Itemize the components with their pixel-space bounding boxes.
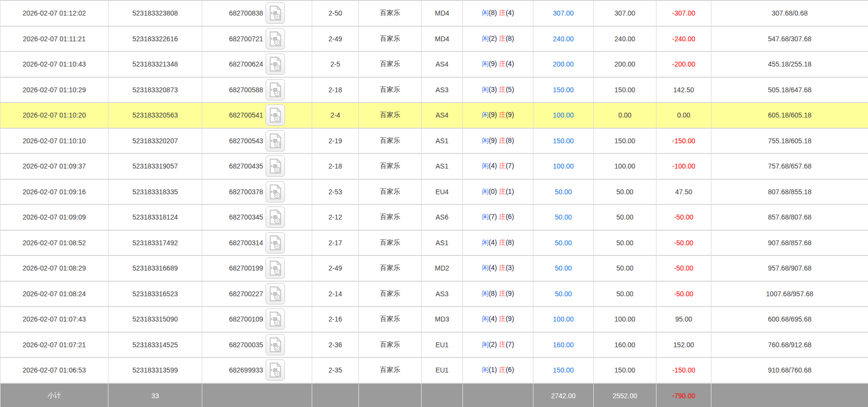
bet-amount-cell[interactable]: 200.00: [533, 51, 594, 77]
bet-amount-cell[interactable]: 100.00: [533, 306, 594, 332]
video-replay-button[interactable]: [266, 283, 285, 305]
player-score: (0): [489, 187, 497, 195]
round-id: 682700838: [229, 9, 263, 17]
game-result-cell: 闲(4) 庄(7): [463, 153, 533, 179]
round-id-cell: 682700314: [202, 230, 312, 256]
table-row[interactable]: 2026-02-07 01:10:29523183320873682700588…: [0, 77, 868, 103]
table-row[interactable]: 2026-02-07 01:12:02523183323808682700838…: [0, 0, 868, 26]
banker-label: 庄: [499, 34, 506, 42]
bet-amount-cell[interactable]: 160.00: [533, 332, 594, 358]
table-row[interactable]: 2026-02-07 01:09:37523183319057682700435…: [0, 153, 868, 179]
balance-cell: 907.68/857.68: [711, 230, 868, 256]
table-row[interactable]: 2026-02-07 01:09:09523183318124682700345…: [0, 204, 868, 230]
video-replay-icon: [268, 362, 282, 378]
table-number-cell: 2-18: [312, 77, 359, 103]
valid-amount-cell: 240.00: [594, 26, 656, 52]
table-row[interactable]: 2026-02-07 01:06:53523183313599682699933…: [0, 357, 868, 383]
bet-id-cell: 523183319057: [108, 153, 202, 179]
table-row[interactable]: 2026-02-07 01:11:21523183322616682700721…: [0, 26, 868, 52]
video-replay-icon: [268, 337, 282, 353]
win-loss-cell: 47.50: [656, 179, 711, 205]
table-code-cell: MD4: [422, 0, 463, 26]
banker-label: 庄: [499, 238, 506, 246]
bet-time-cell: 2026-02-07 01:10:29: [0, 77, 108, 103]
game-result-cell: 闲(9) 庄(8): [463, 128, 533, 154]
player-label: 闲: [482, 238, 489, 246]
bet-time-cell: 2026-02-07 01:10:43: [0, 51, 108, 77]
balance-cell: 807.68/855.18: [711, 179, 868, 205]
round-id-cell: 682700035: [202, 332, 312, 358]
bet-amount-cell[interactable]: 150.00: [533, 128, 594, 154]
video-replay-button[interactable]: [266, 308, 285, 330]
video-replay-button[interactable]: [266, 28, 285, 50]
win-loss-cell: -307.00: [656, 0, 711, 26]
banker-label: 庄: [499, 340, 506, 348]
table-row[interactable]: 2026-02-07 01:08:24523183316523682700227…: [0, 281, 868, 307]
banker-score: (9): [506, 111, 514, 119]
bet-amount-cell[interactable]: 100.00: [533, 102, 594, 128]
video-replay-button[interactable]: [266, 181, 285, 203]
video-replay-button[interactable]: [266, 53, 285, 75]
win-loss-cell: -150.00: [656, 357, 711, 383]
table-row[interactable]: 2026-02-07 01:08:52523183317492682700314…: [0, 230, 868, 256]
banker-score: (1): [506, 187, 514, 195]
valid-amount-cell: 150.00: [594, 357, 656, 383]
video-replay-button[interactable]: [266, 104, 285, 126]
round-id: 682699933: [229, 366, 263, 374]
bet-time-cell: 2026-02-07 01:11:21: [0, 26, 108, 52]
game-result-cell: 闲(7) 庄(6): [463, 204, 533, 230]
table-row[interactable]: 2026-02-07 01:10:10523183320207682700543…: [0, 128, 868, 154]
video-replay-button[interactable]: [266, 257, 285, 279]
table-row[interactable]: 2026-02-07 01:07:43523183315090682700109…: [0, 306, 868, 332]
bet-amount-cell[interactable]: 150.00: [533, 357, 594, 383]
round-id: 682700543: [229, 137, 263, 145]
video-replay-button[interactable]: [266, 155, 285, 177]
bet-time-cell: 2026-02-07 01:10:20: [0, 102, 108, 128]
banker-score: (9): [506, 289, 514, 297]
player-label: 闲: [482, 264, 489, 271]
bet-amount-cell[interactable]: 50.00: [533, 204, 594, 230]
video-replay-button[interactable]: [266, 206, 285, 228]
player-label: 闲: [482, 366, 489, 373]
game-result-cell: 闲(8) 庄(4): [463, 0, 533, 26]
valid-amount-cell: 50.00: [594, 230, 656, 256]
banker-score: (8): [506, 136, 514, 144]
bet-amount-cell[interactable]: 50.00: [533, 230, 594, 256]
video-replay-button[interactable]: [266, 79, 285, 101]
table-code-cell: AS1: [422, 153, 463, 179]
bet-amount-cell[interactable]: 307.00: [533, 0, 594, 26]
round-id-cell: 682700588: [202, 77, 312, 103]
table-code-cell: MD3: [422, 306, 463, 332]
table-number-cell: 2-35: [312, 357, 359, 383]
subtotal-empty: [711, 383, 868, 407]
player-score: (4): [489, 162, 497, 170]
table-number-cell: 2-18: [312, 153, 359, 179]
video-replay-button[interactable]: [266, 130, 285, 152]
game-result-cell: 闲(8) 庄(9): [463, 281, 533, 307]
player-label: 闲: [482, 60, 489, 68]
bet-amount-cell[interactable]: 150.00: [533, 77, 594, 103]
banker-score: (8): [506, 34, 514, 42]
table-row[interactable]: 2026-02-07 01:07:21523183314525682700035…: [0, 332, 868, 358]
bet-amount-cell[interactable]: 240.00: [533, 26, 594, 52]
bet-amount-cell[interactable]: 100.00: [533, 153, 594, 179]
player-label: 闲: [482, 213, 489, 220]
table-row[interactable]: 2026-02-07 01:08:29523183316689682700199…: [0, 255, 868, 281]
player-score: (4): [489, 315, 497, 322]
bet-amount-cell[interactable]: 50.00: [533, 281, 594, 307]
video-replay-button[interactable]: [266, 232, 285, 254]
video-replay-button[interactable]: [266, 2, 285, 24]
video-replay-button[interactable]: [266, 334, 285, 356]
banker-score: (7): [506, 340, 514, 348]
banker-score: (4): [506, 9, 514, 17]
bet-id-cell: 523183323808: [108, 0, 202, 26]
bet-amount-cell[interactable]: 50.00: [533, 255, 594, 281]
video-replay-button[interactable]: [266, 359, 285, 381]
table-row[interactable]: 2026-02-07 01:10:43523183321348682700624…: [0, 51, 868, 77]
table-row-selected[interactable]: 2026-02-07 01:10:20523183320563682700541…: [0, 102, 868, 128]
valid-amount-cell: 50.00: [594, 204, 656, 230]
game-type-cell: 百家乐: [359, 306, 422, 332]
table-row[interactable]: 2026-02-07 01:09:16523183318335682700378…: [0, 179, 868, 205]
bet-amount-cell[interactable]: 50.00: [533, 179, 594, 205]
win-loss-cell: -50.00: [656, 281, 711, 307]
